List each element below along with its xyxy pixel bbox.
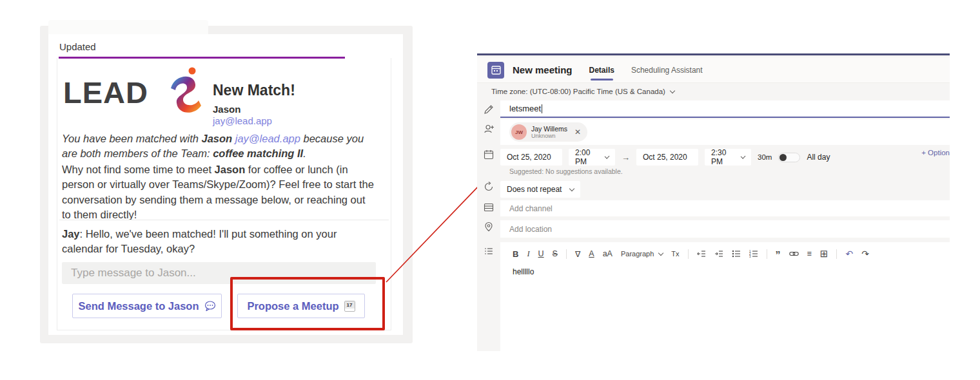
add-channel-input[interactable]: Add channel — [500, 200, 950, 216]
end-date-field[interactable]: Oct 25, 2020 — [636, 149, 698, 166]
attendees-input[interactable]: JW Jay Willems Unknown ✕ + Option — [500, 119, 950, 145]
date-calendar-icon — [484, 149, 495, 160]
table-icon[interactable]: ⊞ — [820, 248, 828, 260]
chevron-down-icon — [658, 250, 663, 255]
lead-logo-icon — [163, 66, 203, 115]
pencil-icon — [484, 104, 495, 115]
chevron-down-icon — [604, 153, 609, 158]
email-title: New Match! — [213, 82, 295, 99]
paragraph-dropdown[interactable]: Paragraph — [621, 250, 663, 258]
duration-label: 30m — [758, 153, 772, 161]
outdent-icon[interactable] — [697, 250, 706, 258]
add-location-input[interactable]: Add location — [500, 220, 950, 238]
all-day-toggle[interactable] — [778, 153, 800, 162]
quote-icon[interactable]: ” — [776, 254, 781, 258]
underline-icon[interactable]: U — [538, 249, 544, 258]
email-panel-tab — [48, 20, 208, 35]
repeat-dropdown[interactable]: Does not repeat — [500, 181, 580, 198]
location-icon — [484, 222, 495, 233]
email-paragraph-matched: You have been matched with Jason jay@lea… — [62, 131, 370, 162]
page-title: New meeting — [513, 64, 573, 75]
toolbar-divider — [767, 249, 767, 259]
channel-icon — [484, 202, 495, 213]
meeting-header: New meeting Details Scheduling Assistant — [477, 57, 950, 82]
optional-attendees-link[interactable]: + Option — [921, 149, 950, 157]
meeting-title-input[interactable]: letsmeet — [500, 100, 950, 118]
email-panel-heading: Updated — [59, 41, 96, 52]
match-email-link[interactable]: jay@lead.app — [213, 115, 272, 126]
notes-list-icon — [484, 246, 495, 257]
undo-icon[interactable]: ↶ — [845, 249, 853, 259]
repeat-icon — [484, 182, 495, 193]
italic-icon[interactable]: I — [527, 249, 529, 259]
datetime-row: Oct 25, 2020 2:00 PM → Oct 25, 2020 2:30… — [500, 147, 830, 167]
font-color-icon[interactable]: A — [589, 249, 594, 258]
attendee-status: Unknown — [531, 133, 567, 139]
lead-logo-text: LEAD — [63, 75, 148, 110]
bullet-list-icon[interactable] — [732, 250, 741, 258]
bold-icon[interactable]: B — [513, 249, 518, 259]
email-paragraph-why: Why not find some time to meet Jason for… — [62, 162, 375, 223]
strikethrough-icon[interactable]: S — [553, 249, 558, 258]
suggested-text: Suggested: No suggestions available. — [509, 167, 623, 175]
formatting-toolbar: B I U S ∇ A aA Paragraph Tx 123 ” — [500, 242, 950, 262]
toggle-knob — [779, 154, 787, 161]
attendee-chip[interactable]: JW Jay Willems Unknown ✕ — [509, 122, 587, 142]
link-icon[interactable] — [789, 250, 799, 258]
notes-editor[interactable]: B I U S ∇ A aA Paragraph Tx 123 ” — [500, 242, 950, 351]
repeat-row: Does not repeat — [500, 180, 580, 199]
teams-new-meeting-panel: New meeting Details Scheduling Assistant… — [477, 53, 950, 351]
timezone-selector[interactable]: Time zone: (UTC-08:00) Pacific Time (US … — [477, 82, 950, 100]
email-section-divider — [59, 220, 389, 220]
end-time-field[interactable]: 2:30 PM — [705, 149, 751, 166]
date-range-arrow-icon: → — [622, 153, 630, 162]
svg-text:3: 3 — [749, 255, 751, 258]
annotation-highlight-box — [230, 277, 385, 330]
text-cursor — [542, 104, 542, 113]
clear-format-icon[interactable]: Tx — [671, 250, 679, 258]
remove-attendee-icon[interactable]: ✕ — [574, 128, 581, 137]
toolbar-divider — [688, 249, 689, 259]
avatar: JW — [511, 124, 527, 140]
add-attendee-icon — [484, 124, 495, 135]
match-name: Jason — [213, 104, 240, 115]
notes-content[interactable]: helllllo — [500, 262, 950, 276]
send-message-button[interactable]: Send Message to Jason — [72, 294, 222, 318]
meeting-calendar-icon — [487, 62, 504, 79]
chevron-down-icon — [740, 153, 745, 158]
email-paragraph-jay-message: Jay: Hello, we've been matched! I'll put… — [62, 227, 365, 257]
indent-icon[interactable] — [714, 250, 723, 258]
chevron-down-icon — [569, 185, 574, 191]
start-date-field[interactable]: Oct 25, 2020 — [500, 149, 562, 166]
start-time-field[interactable]: 2:00 PM — [569, 149, 615, 166]
chevron-down-icon — [670, 88, 675, 93]
font-size-icon[interactable]: aA — [603, 249, 612, 258]
tab-details[interactable]: Details — [589, 57, 614, 82]
redo-icon[interactable]: ↷ — [861, 249, 869, 259]
speech-bubble-icon — [204, 301, 216, 311]
numbered-list-icon[interactable]: 123 — [749, 250, 758, 258]
toolbar-divider — [566, 249, 567, 259]
tab-scheduling-assistant[interactable]: Scheduling Assistant — [631, 57, 703, 82]
attendee-name: Jay Willems — [531, 125, 567, 133]
horizontal-rule-icon[interactable]: ≡ — [807, 249, 812, 258]
toolbar-divider — [836, 249, 837, 259]
all-day-label: All day — [807, 153, 830, 162]
highlight-icon[interactable]: ∇ — [575, 249, 580, 259]
